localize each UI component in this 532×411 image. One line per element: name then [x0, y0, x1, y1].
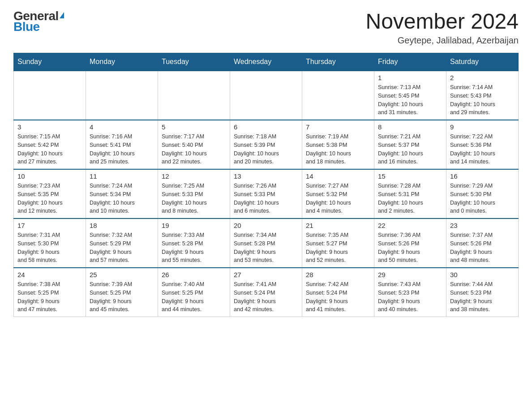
day-number: 29 — [378, 271, 442, 278]
day-info: Sunrise: 7:33 AM Sunset: 5:28 PM Dayligh… — [162, 231, 226, 265]
calendar-cell — [302, 71, 374, 120]
day-info: Sunrise: 7:26 AM Sunset: 5:33 PM Dayligh… — [234, 182, 298, 215]
day-number: 2 — [450, 74, 515, 81]
day-number: 20 — [234, 222, 298, 229]
day-number: 4 — [90, 123, 154, 131]
calendar-cell: 7Sunrise: 7:19 AM Sunset: 5:38 PM Daylig… — [302, 120, 374, 169]
weekday-header-wednesday: Wednesday — [230, 53, 302, 71]
day-number: 12 — [162, 172, 226, 180]
calendar-cell: 3Sunrise: 7:15 AM Sunset: 5:42 PM Daylig… — [14, 120, 86, 169]
calendar-cell: 28Sunrise: 7:42 AM Sunset: 5:24 PM Dayli… — [302, 268, 374, 317]
weekday-header-saturday: Saturday — [446, 53, 519, 71]
day-info: Sunrise: 7:31 AM Sunset: 5:30 PM Dayligh… — [17, 231, 82, 265]
day-number: 9 — [450, 123, 515, 131]
calendar-cell: 11Sunrise: 7:24 AM Sunset: 5:34 PM Dayli… — [86, 169, 158, 218]
weekday-header-thursday: Thursday — [302, 53, 374, 71]
calendar-cell — [14, 71, 86, 120]
week-row-1: 1Sunrise: 7:13 AM Sunset: 5:45 PM Daylig… — [14, 71, 519, 120]
day-number: 30 — [450, 271, 515, 278]
day-number: 19 — [162, 222, 226, 229]
calendar-cell: 21Sunrise: 7:35 AM Sunset: 5:27 PM Dayli… — [302, 218, 374, 268]
calendar-cell: 16Sunrise: 7:29 AM Sunset: 5:30 PM Dayli… — [446, 169, 519, 218]
week-row-3: 10Sunrise: 7:23 AM Sunset: 5:35 PM Dayli… — [14, 169, 519, 218]
calendar-cell: 18Sunrise: 7:32 AM Sunset: 5:29 PM Dayli… — [86, 218, 158, 268]
day-number: 11 — [90, 172, 154, 180]
calendar-cell — [158, 71, 230, 120]
calendar-cell — [230, 71, 302, 120]
day-number: 25 — [90, 271, 154, 278]
day-number: 18 — [90, 222, 154, 229]
calendar-cell: 30Sunrise: 7:44 AM Sunset: 5:23 PM Dayli… — [446, 268, 519, 317]
calendar-cell: 24Sunrise: 7:38 AM Sunset: 5:25 PM Dayli… — [14, 268, 86, 317]
week-row-5: 24Sunrise: 7:38 AM Sunset: 5:25 PM Dayli… — [14, 268, 519, 317]
day-number: 24 — [17, 271, 82, 278]
calendar-cell: 1Sunrise: 7:13 AM Sunset: 5:45 PM Daylig… — [374, 71, 446, 120]
day-info: Sunrise: 7:38 AM Sunset: 5:25 PM Dayligh… — [17, 280, 82, 314]
day-number: 14 — [306, 172, 370, 180]
day-number: 13 — [234, 172, 298, 180]
calendar-cell: 23Sunrise: 7:37 AM Sunset: 5:26 PM Dayli… — [446, 218, 519, 268]
calendar-cell: 2Sunrise: 7:14 AM Sunset: 5:43 PM Daylig… — [446, 71, 519, 120]
day-number: 21 — [306, 222, 370, 229]
day-info: Sunrise: 7:44 AM Sunset: 5:23 PM Dayligh… — [450, 280, 515, 314]
calendar-cell: 8Sunrise: 7:21 AM Sunset: 5:37 PM Daylig… — [374, 120, 446, 169]
month-title: November 2024 — [365, 9, 519, 34]
day-number: 3 — [17, 123, 82, 131]
week-row-4: 17Sunrise: 7:31 AM Sunset: 5:30 PM Dayli… — [14, 218, 519, 268]
calendar-cell: 13Sunrise: 7:26 AM Sunset: 5:33 PM Dayli… — [230, 169, 302, 218]
calendar-cell: 6Sunrise: 7:18 AM Sunset: 5:39 PM Daylig… — [230, 120, 302, 169]
logo-blue-text: Blue — [13, 20, 40, 34]
logo-triangle-icon — [60, 12, 64, 18]
day-number: 22 — [378, 222, 442, 229]
day-info: Sunrise: 7:15 AM Sunset: 5:42 PM Dayligh… — [17, 133, 82, 166]
day-number: 5 — [162, 123, 226, 131]
day-number: 6 — [234, 123, 298, 131]
day-info: Sunrise: 7:17 AM Sunset: 5:40 PM Dayligh… — [162, 133, 226, 166]
day-info: Sunrise: 7:16 AM Sunset: 5:41 PM Dayligh… — [90, 133, 154, 166]
calendar-cell: 25Sunrise: 7:39 AM Sunset: 5:25 PM Dayli… — [86, 268, 158, 317]
day-info: Sunrise: 7:36 AM Sunset: 5:26 PM Dayligh… — [378, 231, 442, 265]
calendar-cell: 15Sunrise: 7:28 AM Sunset: 5:31 PM Dayli… — [374, 169, 446, 218]
day-info: Sunrise: 7:28 AM Sunset: 5:31 PM Dayligh… — [378, 182, 442, 215]
logo: General Blue — [13, 9, 64, 34]
day-info: Sunrise: 7:34 AM Sunset: 5:28 PM Dayligh… — [234, 231, 298, 265]
day-number: 28 — [306, 271, 370, 278]
weekday-header-sunday: Sunday — [14, 53, 86, 71]
calendar-cell: 14Sunrise: 7:27 AM Sunset: 5:32 PM Dayli… — [302, 169, 374, 218]
calendar-cell: 10Sunrise: 7:23 AM Sunset: 5:35 PM Dayli… — [14, 169, 86, 218]
day-info: Sunrise: 7:14 AM Sunset: 5:43 PM Dayligh… — [450, 83, 515, 117]
day-info: Sunrise: 7:19 AM Sunset: 5:38 PM Dayligh… — [306, 133, 370, 166]
weekday-header-row: SundayMondayTuesdayWednesdayThursdayFrid… — [14, 53, 519, 71]
day-info: Sunrise: 7:23 AM Sunset: 5:35 PM Dayligh… — [17, 182, 82, 215]
calendar-cell: 20Sunrise: 7:34 AM Sunset: 5:28 PM Dayli… — [230, 218, 302, 268]
day-info: Sunrise: 7:18 AM Sunset: 5:39 PM Dayligh… — [234, 133, 298, 166]
day-number: 26 — [162, 271, 226, 278]
day-number: 17 — [17, 222, 82, 229]
title-area: November 2024 Geytepe, Jalilabad, Azerba… — [365, 9, 519, 46]
calendar-cell: 22Sunrise: 7:36 AM Sunset: 5:26 PM Dayli… — [374, 218, 446, 268]
calendar-table: SundayMondayTuesdayWednesdayThursdayFrid… — [13, 53, 519, 317]
weekday-header-tuesday: Tuesday — [158, 53, 230, 71]
location-subtitle: Geytepe, Jalilabad, Azerbaijan — [365, 35, 519, 46]
day-info: Sunrise: 7:25 AM Sunset: 5:33 PM Dayligh… — [162, 182, 226, 215]
day-info: Sunrise: 7:29 AM Sunset: 5:30 PM Dayligh… — [450, 182, 515, 215]
calendar-cell: 17Sunrise: 7:31 AM Sunset: 5:30 PM Dayli… — [14, 218, 86, 268]
calendar-cell: 19Sunrise: 7:33 AM Sunset: 5:28 PM Dayli… — [158, 218, 230, 268]
weekday-header-friday: Friday — [374, 53, 446, 71]
day-number: 1 — [378, 74, 442, 81]
day-info: Sunrise: 7:27 AM Sunset: 5:32 PM Dayligh… — [306, 182, 370, 215]
calendar-cell: 27Sunrise: 7:41 AM Sunset: 5:24 PM Dayli… — [230, 268, 302, 317]
page-header: General Blue November 2024 Geytepe, Jali… — [13, 9, 519, 46]
day-number: 23 — [450, 222, 515, 229]
day-number: 7 — [306, 123, 370, 131]
day-info: Sunrise: 7:32 AM Sunset: 5:29 PM Dayligh… — [90, 231, 154, 265]
week-row-2: 3Sunrise: 7:15 AM Sunset: 5:42 PM Daylig… — [14, 120, 519, 169]
calendar-cell: 9Sunrise: 7:22 AM Sunset: 5:36 PM Daylig… — [446, 120, 519, 169]
calendar-cell: 12Sunrise: 7:25 AM Sunset: 5:33 PM Dayli… — [158, 169, 230, 218]
day-number: 10 — [17, 172, 82, 180]
weekday-header-monday: Monday — [86, 53, 158, 71]
calendar-cell — [86, 71, 158, 120]
calendar-cell: 26Sunrise: 7:40 AM Sunset: 5:25 PM Dayli… — [158, 268, 230, 317]
day-info: Sunrise: 7:35 AM Sunset: 5:27 PM Dayligh… — [306, 231, 370, 265]
day-info: Sunrise: 7:21 AM Sunset: 5:37 PM Dayligh… — [378, 133, 442, 166]
